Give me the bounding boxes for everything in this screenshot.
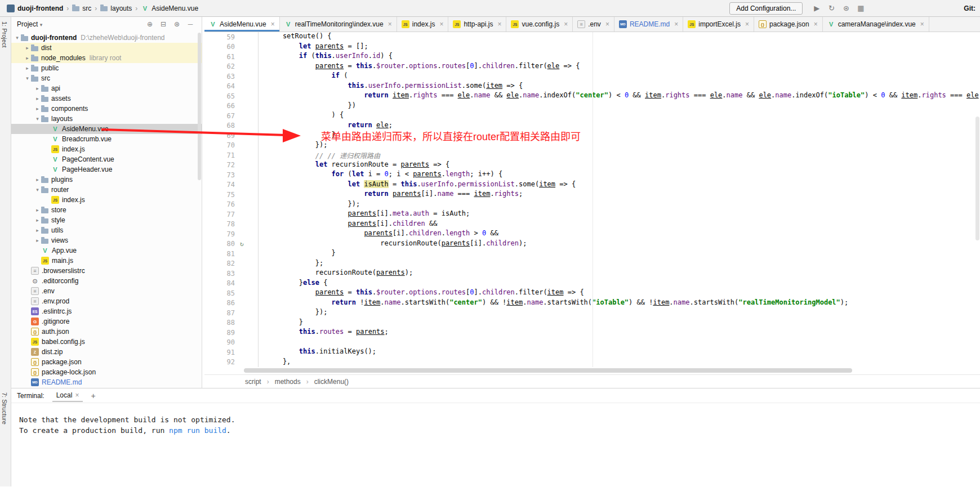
chevron-collapsed-icon[interactable]: ▸ <box>34 207 41 213</box>
code-line-67[interactable]: ) { <box>266 111 980 121</box>
tool-stripe-structure-button[interactable]: 7: Structure <box>1 392 8 425</box>
code-line-64[interactable]: this.userInfo.permissionList.some(item =… <box>266 82 980 92</box>
tab-index.js[interactable]: JSindex.js× <box>397 17 449 32</box>
chevron-expanded-icon[interactable]: ▾ <box>14 35 21 41</box>
code-line-92[interactable]: }, <box>266 358 980 368</box>
tree-item-dist[interactable]: ▸dist <box>11 43 202 53</box>
gutter-line-60[interactable]: 60 <box>204 42 258 52</box>
code-editor[interactable]: setRoute() { let parents = []; if (this.… <box>259 32 980 367</box>
chevron-collapsed-icon[interactable]: ▸ <box>24 55 31 61</box>
tree-item-.gitignore[interactable]: G.gitignore <box>11 316 202 327</box>
code-line-59[interactable]: setRoute() { <box>266 32 980 42</box>
tree-item-.env[interactable]: ≡.env <box>11 286 202 296</box>
breadcrumb-script[interactable]: script <box>245 378 261 386</box>
gutter-line-64[interactable]: 64 <box>204 82 258 92</box>
code-line-86[interactable]: return !item.name.startsWith("center") &… <box>266 298 980 309</box>
gutter-line-67[interactable]: 67 <box>204 111 258 121</box>
close-icon[interactable]: × <box>75 391 79 399</box>
gutter-line-63[interactable]: 63 <box>204 72 258 82</box>
gutter-line-79[interactable]: 79 <box>204 229 258 239</box>
tree-item-node-modules[interactable]: ▸node_moduleslibrary root <box>11 53 202 63</box>
tree-item-components[interactable]: ▸components <box>11 104 202 114</box>
code-line-75[interactable]: return parents[i].name === item.rights; <box>266 190 980 200</box>
tree-item-api[interactable]: ▸api <box>11 83 202 93</box>
gutter-line-61[interactable]: 61 <box>204 52 258 62</box>
gutter-line-85[interactable]: 85 <box>204 288 258 298</box>
code-line-60[interactable]: let parents = []; <box>266 42 980 52</box>
code-line-71[interactable]: // // 递归权限路由 <box>266 150 980 160</box>
tree-item-style[interactable]: ▸style <box>11 215 202 225</box>
chevron-expanded-icon[interactable]: ▾ <box>24 75 31 81</box>
tab-realTimeMonitoring-index.vue[interactable]: VrealTimeMonitoring\index.vue× <box>280 17 397 32</box>
tree-item-duoji-frontend[interactable]: ▾duoji-frontendD:\zheheWeb\duoji-fronten… <box>11 33 202 43</box>
gutter-line-73[interactable]: 73 <box>204 170 258 180</box>
tab-AsideMenu.vue[interactable]: VAsideMenu.vue× <box>204 17 280 32</box>
code-line-76[interactable]: }); <box>266 200 980 210</box>
code-line-80[interactable]: recursionRoute(parents[i].children); <box>266 239 980 249</box>
hide-icon[interactable]: ─ <box>185 20 196 28</box>
tree-item-plugins[interactable]: ▸plugins <box>11 175 202 185</box>
gutter-line-78[interactable]: 78 <box>204 220 258 230</box>
tree-item-index.js[interactable]: JSindex.js <box>11 195 202 205</box>
run-icon[interactable]: ▶ <box>809 4 824 12</box>
gutter-line-65[interactable]: 65 <box>204 91 258 101</box>
gutter-line-59[interactable]: 59 <box>204 32 258 42</box>
gutter-line-91[interactable]: 91 <box>204 347 258 358</box>
gutter-line-84[interactable]: 84 <box>204 279 258 289</box>
chevron-collapsed-icon[interactable]: ▸ <box>34 96 41 101</box>
project-tree-scrollbar[interactable] <box>198 33 201 180</box>
tree-item-public[interactable]: ▸public <box>11 63 202 73</box>
close-icon[interactable]: × <box>271 20 275 28</box>
chevron-collapsed-icon[interactable]: ▸ <box>34 106 41 111</box>
gutter-line-89[interactable]: 89 <box>204 328 258 338</box>
tree-item-store[interactable]: ▸store <box>11 205 202 215</box>
tree-item-views[interactable]: ▸views <box>11 235 202 245</box>
gutter-line-81[interactable]: 81 <box>204 249 258 259</box>
code-line-88[interactable]: } <box>266 318 980 328</box>
code-line-65[interactable]: return item.rights === ele.name && ele.n… <box>266 91 980 101</box>
tree-item-.eslintrc.js[interactable]: ES.eslintrc.js <box>11 306 202 316</box>
code-line-79[interactable]: parents[i].children.length > 0 && <box>266 229 980 239</box>
code-line-87[interactable]: }); <box>266 308 980 318</box>
breadcrumb-clickMenu-[interactable]: clickMenu() <box>314 378 349 386</box>
editor-horizontal-scrollbar[interactable] <box>204 367 980 374</box>
terminal-command-link[interactable]: npm run build <box>169 426 226 435</box>
code-line-61[interactable]: if (this.userInfo.id) { <box>266 52 980 62</box>
tab-vue.config.js[interactable]: JSvue.config.js× <box>506 17 573 32</box>
gutter-line-86[interactable]: 86 <box>204 298 258 309</box>
tab-package.json[interactable]: {}package.json× <box>754 17 823 32</box>
gutter-line-66[interactable]: 66 <box>204 101 258 111</box>
tab-http-api.js[interactable]: JShttp-api.js× <box>448 17 506 32</box>
locate-icon[interactable]: ⊕ <box>144 20 155 28</box>
chevron-collapsed-icon[interactable]: ▸ <box>34 238 41 243</box>
tab-README.md[interactable]: MDREADME.md× <box>614 17 683 32</box>
gutter-line-72[interactable]: 72 <box>204 160 258 171</box>
tree-item-README.md[interactable]: MDREADME.md <box>11 377 202 387</box>
tree-item-package-lock.json[interactable]: {}package-lock.json <box>11 367 202 377</box>
code-line-91[interactable]: this.initialKeys(); <box>266 347 980 358</box>
gutter-line-92[interactable]: 92 <box>204 358 258 368</box>
gutter-line-74[interactable]: 74 <box>204 180 258 190</box>
terminal-output[interactable]: Note that the development build is not o… <box>11 403 980 486</box>
code-line-83[interactable]: recursionRoute(parents); <box>266 269 980 279</box>
close-icon[interactable]: × <box>745 20 749 28</box>
project-view-dropdown[interactable]: Project ▾ <box>17 20 42 28</box>
close-icon[interactable]: × <box>605 20 609 28</box>
chevron-collapsed-icon[interactable]: ▸ <box>34 217 41 223</box>
tree-item-PageHeader.vue[interactable]: VPageHeader.vue <box>11 164 202 175</box>
tree-item-.browserslistrc[interactable]: ≡.browserslistrc <box>11 266 202 276</box>
chevron-collapsed-icon[interactable]: ▸ <box>34 86 41 91</box>
tab-cameraManage-index.vue[interactable]: VcameraManage\index.vue× <box>823 17 929 32</box>
editor[interactable]: 5960616263646566676869707172737475767778… <box>204 32 980 367</box>
code-line-89[interactable]: this.routes = parents; <box>266 328 980 338</box>
gutter-line-83[interactable]: 83 <box>204 269 258 279</box>
chevron-collapsed-icon[interactable]: ▸ <box>34 177 41 182</box>
tree-item-layouts[interactable]: ▾layouts <box>11 114 202 124</box>
tree-item-index.js[interactable]: JSindex.js <box>11 144 202 154</box>
tree-item-.editorconfig[interactable]: ⊙.editorconfig <box>11 276 202 286</box>
chevron-collapsed-icon[interactable]: ▸ <box>24 65 31 71</box>
editor-vertical-scrollbar[interactable] <box>975 117 979 240</box>
terminal-tab-local[interactable]: Local × <box>52 390 83 402</box>
gutter-line-62[interactable]: 62 <box>204 62 258 72</box>
tool-stripe-project-button[interactable]: 1: Project <box>1 21 8 47</box>
